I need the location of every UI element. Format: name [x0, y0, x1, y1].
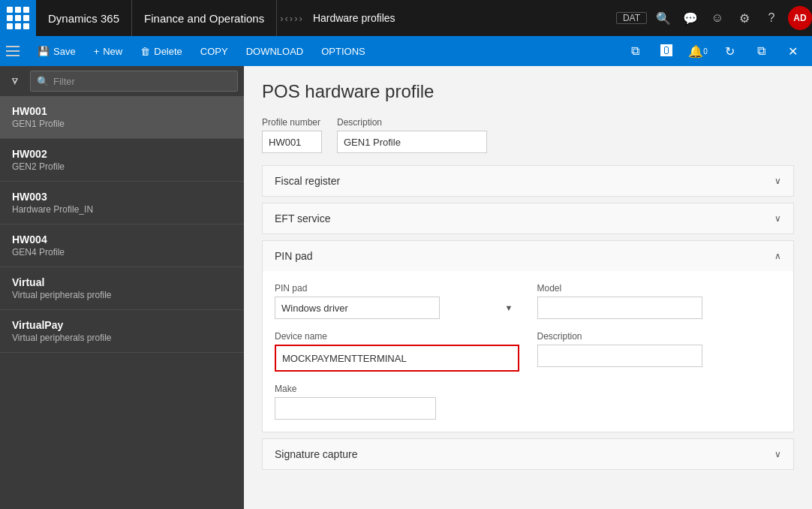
module-title[interactable]: Finance and Operations — [132, 0, 277, 36]
page-title: POS hardware profile — [262, 81, 794, 102]
refresh-button[interactable]: ↻ — [716, 38, 743, 65]
environment-label: DAT — [616, 12, 647, 24]
download-button[interactable]: DOWNLOAD — [239, 43, 311, 60]
make-label: Make — [275, 384, 519, 394]
device-name-label: Device name — [275, 331, 519, 342]
profile-number-input[interactable] — [262, 131, 322, 153]
hamburger-menu[interactable] — [6, 42, 24, 60]
profile-number-label: Profile number — [262, 117, 322, 128]
eft-service-header[interactable]: EFT service ∨ — [263, 203, 793, 233]
device-name-highlight — [275, 345, 519, 372]
pin-pad-content: PIN pad Windows driver None Verifone MX9… — [263, 271, 793, 432]
pin-description-label: Description — [537, 331, 782, 342]
save-icon: 💾 — [38, 46, 50, 57]
signature-capture-header[interactable]: Signature capture ∨ — [263, 439, 793, 469]
sidebar-item-desc: GEN2 Profile — [12, 161, 232, 172]
model-field: Model — [537, 283, 782, 319]
apps-launcher[interactable] — [0, 0, 36, 36]
make-field: Make — [275, 384, 519, 420]
emoji-button[interactable]: ☺ — [704, 5, 731, 32]
pin-pad-type-select-wrapper: Windows driver None Verifone MX925 ▼ — [275, 297, 519, 319]
sidebar-item-id: HW001 — [12, 105, 232, 117]
user-avatar[interactable]: AD — [788, 6, 812, 30]
apps-grid-icon — [7, 7, 29, 29]
eft-service-label: EFT service — [275, 212, 330, 224]
sidebar-item-hw002[interactable]: HW002 GEN2 Profile — [0, 139, 244, 182]
settings-button[interactable]: ⚙ — [731, 5, 758, 32]
fiscal-register-header[interactable]: Fiscal register ∨ — [263, 166, 793, 196]
sidebar-item-desc: Virtual peripherals profile — [12, 290, 232, 300]
sidebar-item-id: Virtual — [12, 276, 232, 288]
select-arrow-icon: ▼ — [505, 303, 513, 312]
delete-button[interactable]: 🗑 Delete — [133, 43, 190, 60]
sidebar-item-hw003[interactable]: HW003 Hardware Profile_IN — [0, 182, 244, 224]
sidebar: ⛛ 🔍 HW001 GEN1 Profile HW002 GEN2 Profil… — [0, 66, 244, 509]
profile-number-field: Profile number — [262, 117, 322, 153]
sidebar-item-virtual[interactable]: Virtual Virtual peripherals profile — [0, 267, 244, 310]
profile-description-field: Description — [337, 117, 487, 153]
action-bar: 💾 Save + New 🗑 Delete COPY DOWNLOAD OPTI… — [0, 36, 812, 66]
sidebar-search-bar[interactable]: 🔍 — [30, 71, 238, 92]
model-label: Model — [537, 283, 782, 294]
hardware-profiles-breadcrumb: Hardware profiles — [305, 12, 403, 24]
sidebar-toolbar: ⛛ 🔍 — [0, 66, 244, 96]
search-input[interactable] — [53, 76, 231, 87]
eft-service-section: EFT service ∨ — [262, 203, 794, 234]
content-area: POS hardware profile Profile number Desc… — [244, 66, 812, 509]
sidebar-item-id: HW003 — [12, 191, 232, 203]
pin-pad-type-field: PIN pad Windows driver None Verifone MX9… — [275, 283, 519, 319]
share-button[interactable]: ⧉ — [621, 38, 648, 65]
close-button[interactable]: ✕ — [779, 38, 806, 65]
notification-button[interactable]: 🔔0 — [684, 38, 711, 65]
sidebar-item-hw001[interactable]: HW001 GEN1 Profile — [0, 96, 244, 139]
device-name-input[interactable] — [278, 348, 439, 369]
pin-pad-type-label: PIN pad — [275, 283, 519, 294]
top-nav: Dynamics 365 Finance and Operations › ‹ … — [0, 0, 812, 36]
sidebar-item-id: HW002 — [12, 148, 232, 160]
signature-capture-chevron: ∨ — [774, 449, 781, 459]
main-layout: ⛛ 🔍 HW001 GEN1 Profile HW002 GEN2 Profil… — [0, 66, 812, 509]
eft-service-chevron: ∨ — [774, 213, 781, 224]
fiscal-register-label: Fiscal register — [275, 175, 340, 187]
make-input[interactable] — [275, 397, 436, 420]
options-button[interactable]: OPTIONS — [314, 43, 373, 60]
detach-button[interactable]: ⧉ — [747, 38, 774, 65]
filter-icon[interactable]: ⛛ — [6, 72, 24, 90]
office-button[interactable]: 🅾 — [653, 38, 680, 65]
sidebar-item-virtualpay[interactable]: VirtualPay Virtual peripherals profile — [0, 310, 244, 353]
brand-title: Dynamics 365 — [36, 0, 132, 36]
profile-header-fields: Profile number Description — [262, 117, 794, 153]
help-button[interactable]: ? — [758, 5, 785, 32]
search-icon: 🔍 — [37, 76, 49, 87]
search-nav-button[interactable]: 🔍 — [650, 5, 677, 32]
pin-pad-label: PIN pad — [275, 250, 313, 262]
device-name-field: Device name — [275, 331, 519, 372]
sidebar-item-hw004[interactable]: HW004 GEN4 Profile — [0, 224, 244, 267]
copy-button[interactable]: COPY — [193, 43, 236, 60]
sidebar-item-id: HW004 — [12, 233, 232, 245]
signature-capture-section: Signature capture ∨ — [262, 438, 794, 470]
save-button[interactable]: 💾 Save — [30, 43, 83, 60]
sidebar-item-desc: Virtual peripherals profile — [12, 333, 232, 343]
nav-chevrons: › ‹ › › › — [277, 13, 305, 24]
pin-pad-type-select[interactable]: Windows driver None Verifone MX925 — [275, 297, 440, 319]
sidebar-item-desc: Hardware Profile_IN — [12, 204, 232, 215]
pin-pad-section: PIN pad ∧ PIN pad Windows driver None — [262, 240, 794, 432]
sidebar-item-desc: GEN1 Profile — [12, 119, 232, 129]
pin-description-input[interactable] — [537, 345, 702, 367]
profile-description-input[interactable] — [337, 131, 487, 153]
sidebar-list: HW001 GEN1 Profile HW002 GEN2 Profile HW… — [0, 96, 244, 509]
pin-pad-header[interactable]: PIN pad ∧ — [263, 241, 793, 271]
sidebar-item-desc: GEN4 Profile — [12, 247, 232, 258]
delete-icon: 🗑 — [140, 46, 150, 57]
fiscal-register-section: Fiscal register ∨ — [262, 165, 794, 197]
chat-button[interactable]: 💬 — [677, 5, 704, 32]
new-button[interactable]: + New — [86, 43, 131, 60]
pin-description-field: Description — [537, 331, 782, 372]
pin-pad-chevron: ∧ — [774, 251, 781, 261]
pin-pad-fields: PIN pad Windows driver None Verifone MX9… — [275, 283, 781, 420]
sidebar-item-id: VirtualPay — [12, 319, 232, 331]
fiscal-register-chevron: ∨ — [774, 176, 781, 186]
profile-description-label: Description — [337, 117, 487, 128]
model-input[interactable] — [537, 297, 702, 319]
